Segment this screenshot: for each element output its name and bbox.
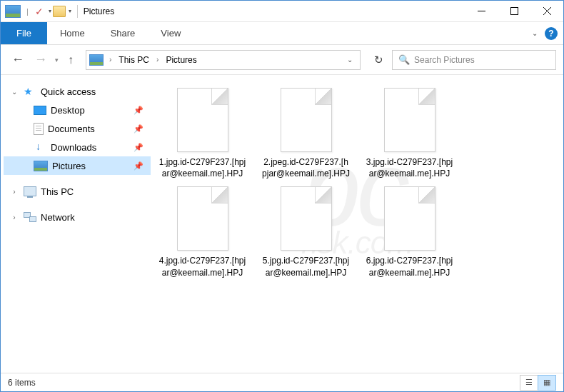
minimize-button[interactable]	[465, 1, 498, 21]
file-item[interactable]: 6.jpg.id-C279F237.[hpjar@keemail.me].HPJ	[365, 186, 454, 278]
back-button[interactable]: ←	[8, 52, 28, 67]
quick-access-toolbar: | ✓ ▾ ▾	[24, 5, 71, 18]
sidebar-item-label: Desktop	[51, 105, 85, 116]
tab-home[interactable]: Home	[47, 22, 98, 44]
sidebar-item-label: Documents	[48, 124, 95, 134]
pin-icon: 📌	[134, 106, 143, 115]
titlebar: | ✓ ▾ ▾ Pictures	[1, 1, 563, 22]
file-name: 3.jpg.id-C279F237.[hpjar@keemail.me].HPJ	[365, 156, 454, 179]
file-name: 5.jpg.id-C279F237.[hpjar@keemail.me].HPJ	[261, 255, 351, 278]
app-icon	[5, 5, 21, 18]
pin-icon: 📌	[134, 161, 143, 171]
sidebar-item-documents[interactable]: Documents 📌	[4, 119, 151, 138]
file-icon	[281, 186, 332, 251]
sidebar-item-label: Quick access	[41, 86, 96, 97]
refresh-button[interactable]: ↻	[368, 54, 389, 66]
content-pane[interactable]: pcrisk.com 1.jpg.id-C279F237.[hpjar@keem…	[151, 75, 563, 371]
sidebar-item-label: Network	[41, 212, 75, 223]
qat-caret-icon[interactable]: ▾	[49, 8, 51, 14]
qat-separator: |	[26, 7, 29, 16]
ribbon: File Home Share View ⌄ ?	[1, 22, 563, 45]
sidebar-item-downloads[interactable]: Downloads 📌	[4, 138, 151, 156]
status-count: 6 items	[8, 378, 36, 388]
sidebar-item-label: This PC	[41, 186, 74, 197]
document-icon	[34, 123, 44, 135]
qat-newfolder-icon[interactable]	[53, 6, 66, 17]
search-input[interactable]: 🔍 Search Pictures	[392, 50, 556, 70]
navbar: ← → ▾ ↑ › This PC › Pictures ⌄ ↻ 🔍 Searc…	[1, 45, 563, 75]
window-title: Pictures	[84, 6, 114, 16]
file-item[interactable]: 4.jpg.id-C279F237.[hpjar@keemail.me].HPJ	[158, 186, 247, 278]
qat-properties-icon[interactable]: ✓	[33, 5, 46, 18]
history-caret-icon[interactable]: ▾	[55, 56, 59, 64]
crumb-pictures[interactable]: Pictures	[164, 55, 198, 65]
close-button[interactable]	[530, 1, 563, 21]
file-name: 4.jpg.id-C279F237.[hpjar@keemail.me].HPJ	[158, 255, 247, 278]
help-icon[interactable]: ?	[545, 27, 558, 40]
file-icon	[384, 88, 435, 152]
pc-icon	[24, 186, 36, 196]
sidebar-item-label: Pictures	[52, 161, 86, 171]
file-icon	[177, 88, 228, 152]
maximize-button[interactable]	[498, 1, 530, 21]
svg-rect-1	[510, 8, 518, 15]
search-placeholder: Search Pictures	[414, 55, 475, 65]
up-button[interactable]: ↑	[63, 54, 79, 66]
qat-customize-caret-icon[interactable]: ▾	[69, 8, 71, 14]
tab-view[interactable]: View	[148, 22, 193, 44]
network-icon	[24, 212, 36, 222]
tab-share[interactable]: Share	[98, 22, 148, 44]
crumb-this-pc[interactable]: This PC	[117, 55, 151, 65]
sidebar-network[interactable]: › Network	[4, 208, 151, 226]
file-name: 1.jpg.id-C279F237.[hpjar@keemail.me].HPJ	[158, 156, 247, 179]
view-icons-button[interactable]: ▦	[538, 375, 556, 391]
address-bar[interactable]: › This PC › Pictures ⌄	[86, 50, 361, 70]
forward-button[interactable]: →	[31, 52, 51, 67]
download-icon	[34, 142, 46, 152]
sidebar-item-pictures[interactable]: Pictures 📌	[4, 156, 151, 175]
file-item[interactable]: 5.jpg.id-C279F237.[hpjar@keemail.me].HPJ	[261, 186, 351, 278]
star-icon: ★	[24, 86, 36, 97]
file-item[interactable]: 1.jpg.id-C279F237.[hpjar@keemail.me].HPJ	[158, 88, 247, 179]
file-item[interactable]: 2.jpeg.id-C279F237.[hpjar@keemail.me].HP…	[261, 88, 351, 179]
title-divider	[77, 5, 78, 18]
sidebar-item-label: Downloads	[51, 142, 96, 153]
view-details-button[interactable]: ☰	[520, 375, 538, 391]
statusbar: 6 items ☰ ▦	[1, 373, 563, 391]
pin-icon: 📌	[134, 143, 143, 152]
chevron-down-icon[interactable]: ⌄	[9, 88, 19, 96]
file-icon	[384, 186, 435, 251]
crumb-sep-root[interactable]: ›	[106, 56, 114, 64]
pin-icon: 📌	[134, 124, 143, 134]
desktop-icon	[34, 106, 46, 115]
search-icon: 🔍	[398, 54, 410, 65]
sidebar-quick-access[interactable]: ⌄ ★ Quick access	[4, 82, 151, 101]
file-icon	[177, 186, 228, 251]
chevron-right-icon[interactable]: ›	[9, 188, 19, 196]
crumb-sep-1: ›	[153, 56, 161, 64]
tab-file[interactable]: File	[1, 22, 47, 44]
sidebar-this-pc[interactable]: › This PC	[4, 182, 151, 201]
chevron-right-icon[interactable]: ›	[9, 213, 19, 221]
address-icon	[89, 54, 104, 66]
sidebar-item-desktop[interactable]: Desktop 📌	[4, 101, 151, 119]
file-icon	[281, 88, 332, 152]
address-dropdown-icon[interactable]: ⌄	[343, 56, 357, 64]
file-name: 2.jpeg.id-C279F237.[hpjar@keemail.me].HP…	[261, 156, 351, 179]
ribbon-collapse-icon[interactable]: ⌄	[526, 26, 543, 40]
file-item[interactable]: 3.jpg.id-C279F237.[hpjar@keemail.me].HPJ	[365, 88, 454, 179]
sidebar: ⌄ ★ Quick access Desktop 📌 Documents 📌 D…	[1, 75, 151, 371]
pictures-icon	[34, 161, 48, 171]
file-name: 6.jpg.id-C279F237.[hpjar@keemail.me].HPJ	[365, 255, 454, 278]
